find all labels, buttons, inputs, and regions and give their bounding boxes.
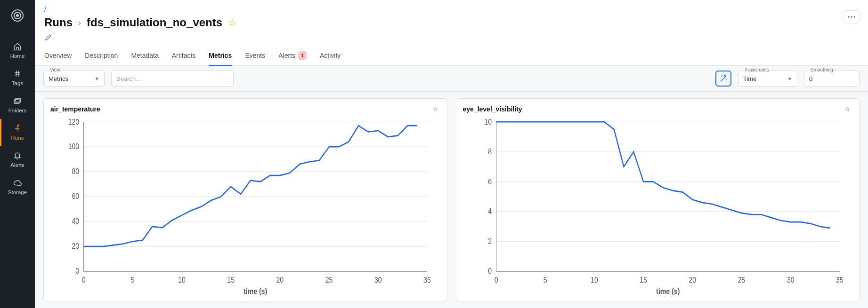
- chart-plot-area[interactable]: 02040608010012005101520253035time (s): [50, 116, 438, 296]
- svg-text:25: 25: [325, 276, 333, 284]
- svg-text:time (s): time (s): [656, 287, 680, 295]
- chart-card-air-temperature: air_temperature ☆ 0204060801001200510152…: [43, 98, 447, 301]
- svg-text:30: 30: [374, 276, 382, 284]
- svg-text:5: 5: [543, 276, 547, 284]
- charts-grid: air_temperature ☆ 0204060801001200510152…: [35, 92, 868, 308]
- svg-text:5: 5: [131, 276, 135, 284]
- sidebar-item-home[interactable]: Home: [0, 37, 35, 64]
- sidebar-label-storage: Storage: [8, 190, 27, 195]
- chart-favorite-button[interactable]: ☆: [432, 105, 438, 113]
- header: / Runs › fds_simulation_no_vents ☆: [35, 0, 868, 29]
- xaxis-units-value: Time: [743, 75, 756, 82]
- svg-text:4: 4: [488, 207, 492, 215]
- chart-card-eye-level-visibility: eye_level_visibility ☆ 02468100510152025…: [456, 98, 860, 301]
- tab-metadata[interactable]: Metadata: [131, 51, 158, 65]
- main: / Runs › fds_simulation_no_vents ☆ Overv…: [35, 0, 868, 308]
- svg-point-2: [16, 14, 19, 17]
- svg-rect-3: [14, 100, 19, 103]
- edit-button[interactable]: [44, 35, 52, 43]
- view-select-value: Metrics: [49, 75, 68, 82]
- svg-text:20: 20: [276, 276, 284, 284]
- tab-activity[interactable]: Activity: [320, 51, 341, 65]
- view-select-label: View: [48, 67, 62, 72]
- sidebar-label-alerts: Alerts: [10, 162, 24, 168]
- svg-text:2: 2: [488, 237, 492, 245]
- svg-rect-4: [16, 98, 21, 102]
- alerts-badge: 1: [298, 51, 307, 60]
- svg-text:time (s): time (s): [243, 287, 267, 295]
- svg-text:20: 20: [72, 242, 79, 251]
- hash-icon: [13, 69, 22, 79]
- tab-label: Events: [245, 52, 265, 59]
- breadcrumb-section[interactable]: Runs: [44, 16, 73, 29]
- tab-alerts[interactable]: Alerts1: [278, 51, 307, 65]
- tab-label: Alerts: [278, 52, 295, 59]
- chevron-right-icon: ›: [78, 18, 81, 28]
- svg-text:35: 35: [423, 276, 431, 284]
- svg-text:10: 10: [178, 276, 186, 284]
- sidebar-item-folders[interactable]: Folders: [0, 92, 35, 119]
- favorite-star-button[interactable]: ☆: [228, 17, 236, 28]
- svg-text:6: 6: [488, 177, 492, 186]
- svg-text:25: 25: [738, 276, 745, 284]
- smoothing-input[interactable]: [804, 71, 860, 87]
- svg-point-8: [854, 16, 855, 18]
- chart-title: air_temperature: [50, 105, 100, 113]
- sidebar-label-runs: Runs: [11, 135, 24, 141]
- tab-label: Description: [85, 52, 118, 59]
- more-menu-button[interactable]: [844, 10, 860, 24]
- tab-description[interactable]: Description: [85, 51, 118, 65]
- sidebar-item-alerts[interactable]: Alerts: [0, 146, 35, 174]
- cloud-icon: [13, 178, 22, 188]
- svg-point-7: [851, 16, 852, 18]
- svg-text:35: 35: [836, 276, 844, 284]
- xaxis-units-select[interactable]: Time ▼: [738, 71, 797, 87]
- bell-icon: [13, 151, 22, 160]
- svg-text:60: 60: [72, 192, 79, 201]
- tab-label: Artifacts: [172, 52, 196, 59]
- chart-plot-area[interactable]: 024681005101520253035time (s): [463, 116, 851, 296]
- sidebar-item-tags[interactable]: Tags: [0, 64, 35, 92]
- svg-text:20: 20: [689, 276, 696, 284]
- run-name: fds_simulation_no_vents: [87, 16, 222, 29]
- sidebar-item-runs[interactable]: Runs: [0, 119, 35, 146]
- sidebar: Home Tags Folders Runs Alerts Storage: [0, 0, 35, 308]
- smoothing-label: Smoothing: [809, 67, 835, 72]
- runs-icon: [13, 124, 22, 133]
- svg-text:0: 0: [82, 276, 86, 284]
- tab-label: Metrics: [209, 52, 232, 59]
- folders-icon: [13, 96, 22, 106]
- svg-text:8: 8: [488, 147, 492, 156]
- svg-text:15: 15: [227, 276, 235, 284]
- sidebar-label-folders: Folders: [8, 108, 26, 113]
- svg-text:80: 80: [72, 167, 79, 176]
- breadcrumb-root[interactable]: /: [44, 6, 859, 13]
- svg-text:120: 120: [68, 118, 80, 126]
- tabs: Overview Description Metadata Artifacts …: [35, 43, 868, 66]
- magic-wand-button[interactable]: [715, 71, 731, 87]
- svg-text:0: 0: [494, 276, 498, 284]
- chart-title: eye_level_visibility: [463, 105, 522, 113]
- chart-favorite-button[interactable]: ☆: [844, 105, 851, 113]
- svg-text:15: 15: [640, 276, 647, 284]
- sidebar-label-home: Home: [10, 53, 25, 59]
- metrics-toolbar: View Metrics ▼ X-axis units Time ▼ Smoot…: [35, 66, 868, 92]
- tab-label: Metadata: [131, 52, 158, 59]
- sidebar-label-tags: Tags: [12, 80, 23, 86]
- home-icon: [13, 42, 22, 51]
- chevron-down-icon: ▼: [95, 76, 99, 81]
- svg-text:0: 0: [75, 267, 79, 276]
- svg-text:100: 100: [68, 142, 80, 151]
- tab-overview[interactable]: Overview: [44, 51, 72, 65]
- tab-label: Overview: [44, 52, 72, 59]
- tab-artifacts[interactable]: Artifacts: [172, 51, 196, 65]
- tab-events[interactable]: Events: [245, 51, 265, 65]
- view-select[interactable]: Metrics ▼: [43, 71, 105, 87]
- search-input[interactable]: [111, 71, 234, 87]
- svg-point-6: [848, 16, 850, 18]
- svg-text:40: 40: [72, 217, 79, 226]
- xaxis-units-label: X-axis units: [743, 67, 771, 72]
- tab-metrics[interactable]: Metrics: [209, 51, 232, 66]
- app-logo[interactable]: [10, 8, 24, 24]
- sidebar-item-storage[interactable]: Storage: [0, 174, 35, 201]
